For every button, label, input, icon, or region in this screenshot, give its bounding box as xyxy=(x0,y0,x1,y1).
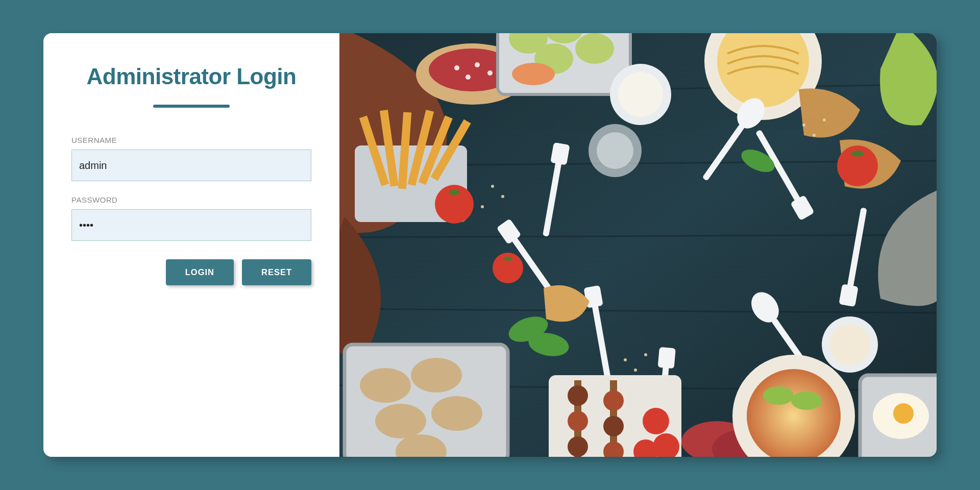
svg-point-82 xyxy=(893,403,914,424)
svg-rect-40 xyxy=(658,347,676,369)
svg-point-59 xyxy=(375,404,426,438)
svg-point-16 xyxy=(475,62,480,67)
username-label: USERNAME xyxy=(71,136,311,144)
svg-point-86 xyxy=(501,195,504,198)
svg-point-90 xyxy=(644,353,647,356)
svg-point-15 xyxy=(454,65,459,70)
title-underline xyxy=(153,105,230,108)
svg-point-58 xyxy=(411,358,462,393)
svg-rect-44 xyxy=(839,284,858,307)
svg-point-60 xyxy=(431,396,482,431)
svg-point-79 xyxy=(791,391,822,410)
svg-point-52 xyxy=(503,257,512,261)
svg-point-91 xyxy=(802,124,805,127)
hero-image-panel xyxy=(339,33,937,457)
svg-point-66 xyxy=(568,436,588,457)
svg-point-69 xyxy=(603,416,624,436)
username-input[interactable] xyxy=(71,150,311,181)
login-form: USERNAME PASSWORD LOGIN RESET xyxy=(71,136,311,285)
login-form-panel: Administrator Login USERNAME PASSWORD LO… xyxy=(43,33,339,457)
svg-point-32 xyxy=(851,151,864,157)
svg-point-78 xyxy=(763,386,794,405)
svg-point-92 xyxy=(813,134,816,137)
button-row: LOGIN RESET xyxy=(71,259,311,285)
page-title: Administrator Login xyxy=(87,64,297,89)
reset-button[interactable]: RESET xyxy=(242,259,311,285)
login-card: Administrator Login USERNAME PASSWORD LO… xyxy=(43,33,937,457)
svg-point-17 xyxy=(487,70,493,76)
svg-point-85 xyxy=(491,185,494,188)
svg-point-89 xyxy=(634,369,637,372)
svg-point-64 xyxy=(568,385,588,406)
svg-point-18 xyxy=(465,75,471,80)
svg-point-50 xyxy=(449,190,460,195)
svg-point-28 xyxy=(597,132,633,169)
svg-point-65 xyxy=(568,411,588,431)
svg-point-22 xyxy=(575,33,614,64)
svg-rect-34 xyxy=(550,142,570,165)
svg-point-57 xyxy=(360,368,411,403)
food-table-image xyxy=(339,33,937,457)
svg-point-88 xyxy=(624,358,627,361)
svg-point-71 xyxy=(643,408,669,434)
login-button[interactable]: LOGIN xyxy=(166,259,234,285)
svg-point-24 xyxy=(512,63,555,85)
password-input[interactable] xyxy=(71,209,311,241)
svg-point-26 xyxy=(618,72,663,117)
password-label: PASSWORD xyxy=(71,195,311,204)
svg-point-68 xyxy=(603,390,624,411)
svg-point-87 xyxy=(481,205,484,208)
svg-point-84 xyxy=(829,324,870,365)
svg-point-93 xyxy=(823,118,826,121)
